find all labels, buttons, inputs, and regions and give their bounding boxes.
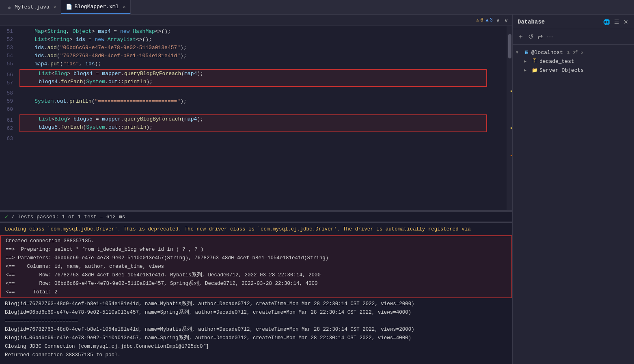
warning-badge: ⚠ 6 (476, 17, 483, 23)
refresh-db-button[interactable]: ↺ (527, 32, 534, 41)
scroll-mark-1 (511, 90, 512, 92)
tab-close-mytestjava[interactable]: ✕ (54, 4, 56, 10)
table-row: 59 System.out.println("=================… (0, 97, 507, 106)
list-item: Loading class `com.mysql.jdbc.Driver'. T… (0, 225, 512, 234)
tab-mytestjava[interactable]: ☕ MyTest.java ✕ (2, 0, 61, 14)
console-output[interactable]: Loading class `com.mysql.jdbc.Driver'. T… (0, 222, 512, 364)
nav-up-button[interactable]: ∧ (495, 17, 501, 24)
warning-triangle-icon: ⚠ (476, 17, 479, 23)
scrollbar-thumb[interactable] (508, 34, 511, 58)
list-item: Blog(id=76782763-48d0-4cef-b8e1-1054e181… (0, 300, 512, 308)
table-row: 58 (0, 89, 507, 97)
list-item: <== Row: 76782763-48d0-4cef-b8e1-1054e18… (1, 271, 511, 280)
list-item: Blog(id=06bd6c69-e47e-4e78-9e02-5110a013… (0, 308, 512, 317)
console-highlight-block: Created connection 388357135. ==> Prepar… (0, 235, 512, 298)
list-item: Created connection 388357135. (1, 237, 511, 246)
highlight-block-1: List<Blog> blogs4 = mapper.queryBlogByFo… (19, 69, 487, 87)
server-icon: 🖥 (523, 49, 530, 56)
tree-item-server-objects[interactable]: ▶ 📁 Server Objects (521, 66, 634, 75)
list-item: <== Columns: id, name, author, create_ti… (1, 263, 511, 271)
code-editor[interactable]: 51 Map<String, Object> map4 = new HashMa… (0, 26, 507, 210)
tree-arrow-localhost: ▼ (516, 50, 522, 55)
tab-blogmapperxml[interactable]: 📄 BlogMapper.xml ✕ (61, 0, 131, 14)
folder-icon: 📁 (531, 67, 538, 73)
tab-label-mytestjava: MyTest.java (15, 4, 50, 10)
editor-area: ⚠ 6 ▲ 3 ∧ ∨ 51 Map<String, Object> map4 … (0, 15, 512, 364)
error-badge: ▲ 3 (486, 17, 493, 23)
test-pass-text: ✓ Tests passed: 1 of 1 test – 612 ms (11, 214, 125, 220)
table-row: 51 Map<String, Object> map4 = new HashMa… (0, 28, 507, 36)
server-label: @localhost (531, 50, 563, 56)
list-item: <== Row: 06bd6c69-e47e-4e78-9e02-5110a01… (1, 280, 511, 288)
panel-actions: 🌐 ☰ ✕ (602, 19, 629, 25)
tree-item-decade-test[interactable]: ▶ 🗄 decade_test (521, 57, 634, 66)
tree-arrow-decade-test: ▶ (524, 59, 530, 64)
transfer-db-button[interactable]: ⇄ (537, 32, 543, 41)
globe-icon-btn[interactable]: 🌐 (602, 19, 611, 25)
error-count: 3 (490, 17, 493, 23)
db-toolbar: ＋ ↺ ⇄ ⋯ (513, 29, 634, 45)
nav-down-button[interactable]: ∨ (503, 17, 509, 24)
xml-file-icon: 📄 (66, 4, 72, 10)
table-row: 55 map4.put("ids", ids); (0, 60, 507, 68)
server-objects-label: Server Objects (539, 67, 584, 73)
java-file-icon: ☕ (6, 4, 12, 10)
table-row: 53 ids.add("06bd6c69-e47e-4e78-9e02-5110… (0, 44, 507, 52)
decade-test-label: decade_test (539, 58, 574, 65)
close-panel-btn[interactable]: ✕ (623, 19, 629, 25)
scroll-mark-3 (511, 155, 512, 156)
table-row: List<Blog> blogs5 = mapper.queryBlogByFo… (20, 115, 486, 123)
server-count-badge: 1 of 5 (567, 50, 583, 55)
table-row: 63 (0, 135, 507, 143)
warning-count: 6 (480, 17, 483, 23)
db-tree[interactable]: ▼ 🖥 @localhost 1 of 5 ▶ 🗄 decade_test ▶ … (513, 45, 634, 364)
more-db-button[interactable]: ⋯ (546, 32, 554, 41)
editor-scrollbar[interactable] (507, 26, 512, 210)
panel-header: Database 🌐 ☰ ✕ (513, 15, 634, 29)
database-icon: 🗄 (531, 58, 538, 65)
tab-bar: ☕ MyTest.java ✕ 📄 BlogMapper.xml ✕ (0, 0, 634, 15)
error-triangle-icon: ▲ (486, 17, 489, 23)
table-row: blogs5.forEach(System.out::println); (20, 123, 486, 131)
tab-label-blogmapperxml: BlogMapper.xml (74, 4, 119, 10)
list-item: ==> Preparing: select * from t_decade_bl… (1, 246, 511, 254)
tree-item-localhost[interactable]: ▼ 🖥 @localhost 1 of 5 (513, 48, 634, 57)
database-panel: Database 🌐 ☰ ✕ ＋ ↺ ⇄ ⋯ ▼ 🖥 @localhost 1 … (512, 15, 634, 364)
scroll-mark-2 (511, 127, 512, 129)
editor-toolbar: ⚠ 6 ▲ 3 ∧ ∨ (0, 15, 512, 26)
panel-title: Database (518, 19, 545, 25)
menu-icon-btn[interactable]: ☰ (613, 19, 620, 25)
list-item: <== Total: 2 (1, 288, 511, 297)
highlight-block-2: List<Blog> blogs5 = mapper.queryBlogByFo… (19, 114, 487, 132)
list-item: Blog(id=76782763-48d0-4cef-b8e1-1054e181… (0, 325, 512, 334)
table-row: 54 ids.add("76782763-48d0-4cef-b8e1-1054… (0, 52, 507, 60)
list-item: ==> Parameters: 06bd6c69-e47e-4e78-9e02-… (1, 254, 511, 263)
add-db-button[interactable]: ＋ (517, 32, 525, 42)
tab-close-blogmapperxml[interactable]: ✕ (123, 4, 126, 9)
list-item: Returned connection 388357135 to pool. (0, 351, 512, 360)
main-area: ⚠ 6 ▲ 3 ∧ ∨ 51 Map<String, Object> map4 … (0, 15, 634, 364)
list-item: Blog(id=06bd6c69-e47e-4e78-9e02-5110a013… (0, 334, 512, 342)
test-result-bar: ✓ ✓ Tests passed: 1 of 1 test – 612 ms (0, 212, 512, 222)
list-item: ======================== (0, 317, 512, 325)
check-icon: ✓ (5, 214, 11, 220)
table-row: blogs4.forEach(System.out::println); (20, 78, 486, 86)
table-row: 60 (0, 106, 507, 114)
tree-arrow-server-objects: ▶ (524, 68, 530, 73)
table-row: List<Blog> blogs4 = mapper.queryBlogByFo… (20, 70, 486, 78)
code-editor-wrapper: 51 Map<String, Object> map4 = new HashMa… (0, 26, 512, 210)
list-item: Closing JDBC Connection [com.mysql.cj.jd… (0, 342, 512, 351)
table-row: 52 List<String> ids = new ArrayList<>(); (0, 36, 507, 44)
